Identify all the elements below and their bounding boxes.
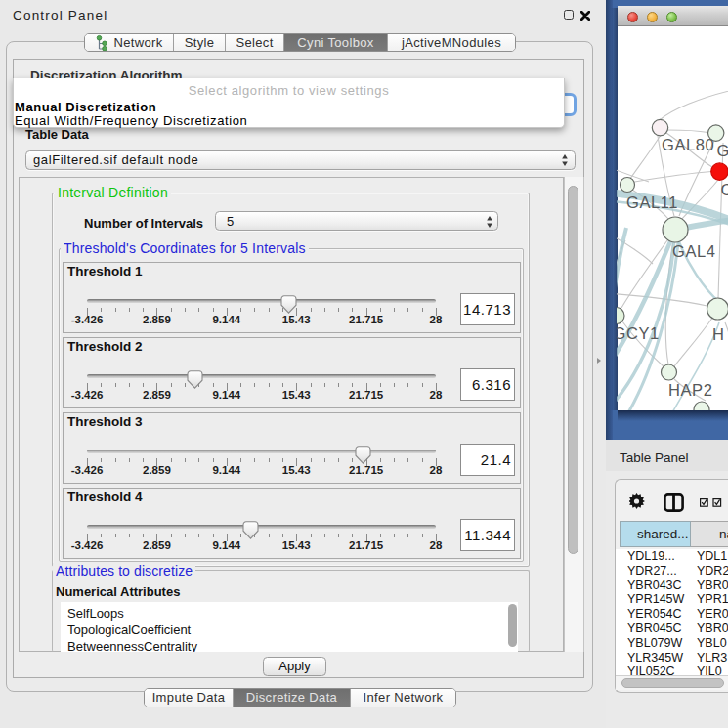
svg-text:GA: GA (717, 142, 728, 159)
svg-text:GAL11: GAL11 (626, 193, 678, 211)
svg-text:H: H (712, 325, 725, 343)
svg-text:C: C (721, 181, 728, 198)
svg-text:GAL80: GAL80 (662, 136, 714, 153)
svg-text:GCY1: GCY1 (617, 324, 660, 342)
svg-text:GAL4: GAL4 (672, 242, 716, 260)
svg-text:HAP2: HAP2 (668, 381, 713, 399)
